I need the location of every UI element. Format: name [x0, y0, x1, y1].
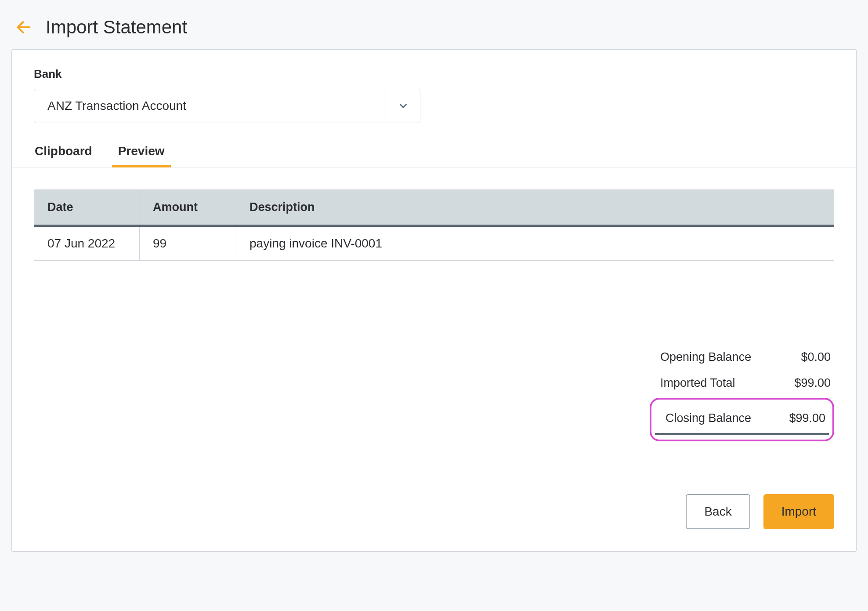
col-header-amount: Amount: [140, 190, 236, 226]
bank-select-value: ANZ Transaction Account: [34, 89, 386, 123]
table-header-row: Date Amount Description: [34, 190, 834, 226]
opening-balance-label: Opening Balance: [660, 350, 751, 364]
main-panel: Bank ANZ Transaction Account Clipboard P…: [11, 49, 857, 552]
tab-clipboard[interactable]: Clipboard: [34, 141, 93, 167]
actions: Back Import: [34, 494, 834, 529]
summary-opening: Opening Balance $0.00: [650, 344, 834, 370]
chevron-down-icon: [386, 89, 420, 123]
opening-balance-value: $0.00: [801, 350, 831, 364]
tabs: Clipboard Preview: [12, 141, 856, 167]
tab-preview[interactable]: Preview: [117, 141, 166, 167]
col-header-date: Date: [34, 190, 140, 226]
bank-label: Bank: [34, 67, 834, 81]
preview-table: Date Amount Description 07 Jun 2022 99 p…: [34, 189, 834, 261]
table-row: 07 Jun 2022 99 paying invoice INV-0001: [34, 226, 834, 261]
import-button[interactable]: Import: [763, 494, 834, 529]
page-title: Import Statement: [46, 17, 187, 38]
cell-date: 07 Jun 2022: [34, 226, 140, 261]
closing-balance-value: $99.00: [789, 411, 825, 425]
cell-description: paying invoice INV-0001: [236, 226, 834, 261]
back-button[interactable]: Back: [686, 494, 750, 529]
bank-select[interactable]: ANZ Transaction Account: [34, 89, 420, 123]
closing-balance-label: Closing Balance: [665, 411, 751, 425]
summary-imported: Imported Total $99.00: [650, 370, 834, 396]
summary: Opening Balance $0.00 Imported Total $99…: [34, 344, 834, 441]
cell-amount: 99: [140, 226, 236, 261]
page-header: Import Statement: [9, 9, 859, 49]
closing-balance-highlight: Closing Balance $99.00: [650, 398, 834, 441]
col-header-description: Description: [236, 190, 834, 226]
imported-total-value: $99.00: [794, 376, 831, 390]
imported-total-label: Imported Total: [660, 376, 735, 390]
summary-closing: Closing Balance $99.00: [655, 405, 829, 435]
back-arrow-icon[interactable]: [14, 18, 33, 37]
